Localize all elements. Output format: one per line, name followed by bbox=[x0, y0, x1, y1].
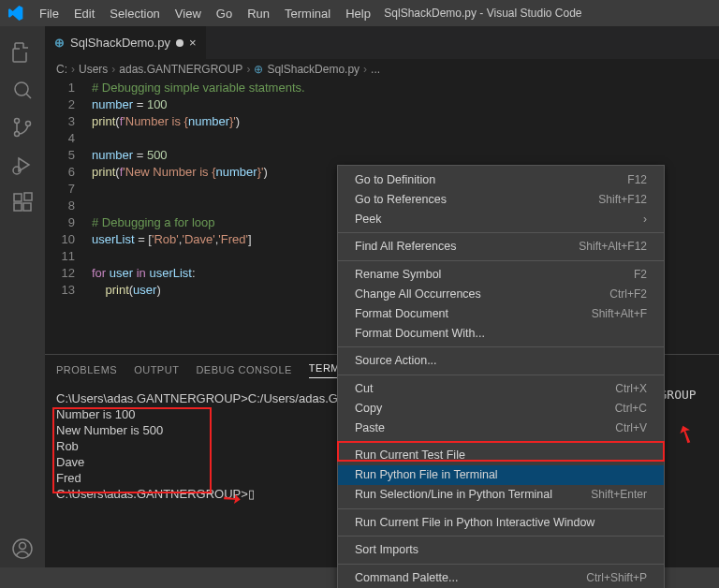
context-menu-item[interactable]: PasteCtrl+V bbox=[338, 418, 664, 437]
extensions-icon[interactable] bbox=[0, 184, 45, 221]
menu-edit[interactable]: Edit bbox=[66, 7, 102, 21]
context-menu-item[interactable]: Go to ReferencesShift+F12 bbox=[338, 189, 664, 209]
tab-output[interactable]: OUTPUT bbox=[134, 364, 179, 375]
svg-rect-9 bbox=[24, 193, 32, 200]
crumb[interactable]: SqlShackDemo.py bbox=[267, 63, 360, 76]
svg-rect-8 bbox=[23, 203, 31, 211]
menu-view[interactable]: View bbox=[168, 7, 209, 21]
context-menu-item[interactable]: Rename SymbolF2 bbox=[338, 260, 664, 285]
menubar: File Edit Selection View Go Run Terminal… bbox=[32, 7, 378, 21]
svg-point-2 bbox=[15, 132, 20, 137]
menu-selection[interactable]: Selection bbox=[102, 7, 167, 21]
vscode-logo-icon bbox=[0, 6, 32, 21]
context-menu-item[interactable]: Command Palette...Ctrl+Shift+P bbox=[338, 564, 664, 588]
search-icon[interactable] bbox=[0, 71, 45, 109]
svg-rect-6 bbox=[14, 194, 22, 201]
window-title: SqlShackDemo.py - Visual Studio Code bbox=[378, 7, 588, 20]
context-menu-item[interactable]: Go to DefinitionF12 bbox=[338, 169, 664, 189]
python-file-icon: ⊕ bbox=[54, 36, 65, 50]
context-menu-item[interactable]: Sort Imports bbox=[338, 536, 664, 560]
context-menu-item[interactable]: Run Current Test File bbox=[338, 441, 664, 465]
menu-run[interactable]: Run bbox=[240, 7, 277, 21]
context-menu-item[interactable]: Source Action... bbox=[338, 346, 664, 371]
breadcrumb[interactable]: C:› Users› adas.GANTNERGROUP› ⊕ SqlShack… bbox=[45, 59, 719, 80]
menu-help[interactable]: Help bbox=[338, 7, 378, 21]
crumb[interactable]: adas.GANTNERGROUP bbox=[119, 63, 242, 76]
menu-terminal[interactable]: Terminal bbox=[277, 7, 338, 21]
crumb[interactable]: C: bbox=[56, 63, 67, 76]
context-menu-item[interactable]: Run Selection/Line in Python TerminalShi… bbox=[338, 485, 664, 505]
context-menu: Go to DefinitionF12Go to ReferencesShift… bbox=[337, 165, 665, 588]
crumb[interactable]: Users bbox=[79, 63, 108, 76]
svg-point-0 bbox=[15, 82, 28, 96]
explorer-icon[interactable] bbox=[0, 34, 45, 71]
annotation-box bbox=[52, 407, 212, 493]
context-menu-item[interactable]: Format Document With... bbox=[338, 323, 664, 343]
close-tab-icon[interactable]: × bbox=[189, 36, 197, 50]
debug-icon[interactable] bbox=[0, 146, 45, 184]
menu-go[interactable]: Go bbox=[209, 7, 240, 21]
context-menu-item[interactable]: Format DocumentShift+Alt+F bbox=[338, 303, 664, 323]
python-file-icon: ⊕ bbox=[254, 63, 263, 76]
titlebar: File Edit Selection View Go Run Terminal… bbox=[0, 0, 719, 26]
tab-problems[interactable]: PROBLEMS bbox=[56, 364, 117, 375]
svg-point-3 bbox=[26, 122, 31, 126]
tab-debug-console[interactable]: DEBUG CONSOLE bbox=[196, 364, 291, 375]
accounts-icon[interactable] bbox=[0, 530, 45, 567]
svg-point-11 bbox=[20, 543, 26, 550]
crumb[interactable]: ... bbox=[371, 63, 380, 76]
tab-sqlshackdemo[interactable]: ⊕ SqlShackDemo.py × bbox=[45, 26, 207, 59]
menu-file[interactable]: File bbox=[32, 7, 66, 21]
context-menu-item[interactable]: Find All ReferencesShift+Alt+F12 bbox=[338, 232, 664, 257]
context-menu-item[interactable]: Peek› bbox=[338, 209, 664, 228]
tab-filename: SqlShackDemo.py bbox=[70, 36, 170, 50]
context-menu-item[interactable]: Run Python File in Terminal bbox=[338, 465, 664, 485]
context-menu-item[interactable]: CopyCtrl+C bbox=[338, 398, 664, 418]
tab-bar: ⊕ SqlShackDemo.py × bbox=[45, 26, 719, 59]
context-menu-item[interactable]: Change All OccurrencesCtrl+F2 bbox=[338, 284, 664, 303]
svg-point-1 bbox=[15, 119, 20, 124]
activity-bar bbox=[0, 26, 45, 567]
context-menu-item[interactable]: Run Current File in Python Interactive W… bbox=[338, 508, 664, 533]
dirty-indicator-icon bbox=[176, 39, 183, 47]
svg-rect-7 bbox=[14, 203, 22, 211]
source-control-icon[interactable] bbox=[0, 109, 45, 146]
line-numbers: 123 456 789 101112 13 bbox=[45, 80, 92, 354]
context-menu-item[interactable]: CutCtrl+X bbox=[338, 375, 664, 399]
